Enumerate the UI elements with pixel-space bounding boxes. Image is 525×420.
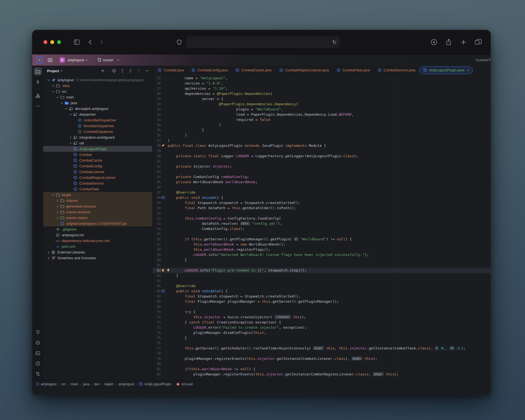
structure-icon[interactable] bbox=[34, 92, 42, 100]
breadcrumb-item-src[interactable]: src bbox=[61, 382, 66, 386]
address-bar[interactable]: ↻ bbox=[186, 36, 340, 48]
sidebar-icon[interactable] bbox=[72, 38, 81, 46]
tree-item-CombatRegionListener[interactable]: CCombatRegionListener bbox=[43, 175, 152, 180]
code-line-35[interactable]: 35 } bbox=[153, 127, 491, 133]
main-menu-icon[interactable] bbox=[48, 58, 52, 62]
collapse-all-icon[interactable] bbox=[128, 68, 133, 74]
chevD-icon[interactable] bbox=[55, 95, 60, 99]
tree-item-BossBarDispatcher[interactable]: CBossBarDispatcher bbox=[43, 123, 152, 129]
chevR-icon[interactable] bbox=[55, 205, 60, 208]
tree-item-CombatDispatcher[interactable]: ICombatDispatcher bbox=[43, 129, 152, 135]
chevD-icon[interactable] bbox=[46, 78, 51, 82]
tree-item-antylogout[interactable]: antylogoutC:\Users\User\Desktop\projekty… bbox=[43, 77, 152, 83]
terminal-icon[interactable] bbox=[34, 349, 42, 357]
code-line-69[interactable]: 69 bbox=[153, 304, 491, 309]
chevR-icon[interactable] bbox=[55, 199, 60, 203]
breadcrumb-item-main[interactable]: main bbox=[71, 382, 78, 386]
tab-CombatTask.java[interactable]: CCombatTask.java bbox=[333, 66, 374, 74]
code-line-60[interactable]: 60 } bbox=[153, 257, 491, 262]
code-line-36[interactable]: 36 ) bbox=[153, 133, 491, 138]
more-icon[interactable] bbox=[34, 102, 42, 110]
breadcrumb-item-kajteh[interactable]: kajteh bbox=[104, 382, 113, 386]
tree-item-main[interactable]: main bbox=[43, 94, 152, 100]
code-line-67[interactable]: 67 final Stopwatch stopwatch = Stopwatch… bbox=[153, 294, 491, 299]
build-icon[interactable] bbox=[34, 328, 42, 336]
code-line-73[interactable]: 73 LOGGER.error("Failed to create inject… bbox=[153, 325, 491, 330]
chevR-icon[interactable] bbox=[46, 256, 51, 260]
chevD-icon[interactable] bbox=[51, 193, 55, 197]
code-line-79[interactable]: 79 pluginManager.registerEvents(this.inj… bbox=[153, 356, 491, 361]
code-line-51[interactable]: 51 bbox=[153, 211, 491, 216]
chevR-icon[interactable] bbox=[68, 136, 73, 139]
code-line-64[interactable]: 64 bbox=[153, 278, 491, 283]
code-line-27[interactable]: 27 apiVersion = "1.19", bbox=[153, 86, 491, 91]
zoom-window-button[interactable] bbox=[57, 40, 61, 44]
code-line-81[interactable]: 81 if(this.worldGuardHook != null) { bbox=[153, 366, 491, 372]
code-line-77[interactable]: 77 this.getServer().getScheduler().runTa… bbox=[153, 346, 491, 351]
code-line-29[interactable]: 29 server = { bbox=[153, 96, 491, 101]
tree-item-AntyLogoutPlugin[interactable]: CAntyLogoutPlugin bbox=[43, 146, 152, 152]
code-line-45[interactable]: 45 private WorldGuardHook worldGuardHook… bbox=[153, 179, 491, 185]
code-line-49[interactable]: 49 final Stopwatch stopwatch = Stopwatch… bbox=[153, 200, 491, 205]
project-selector[interactable]: A antylogout bbox=[60, 57, 88, 63]
code-line-78[interactable]: 78 bbox=[153, 351, 491, 356]
chevD-icon[interactable] bbox=[68, 113, 73, 116]
override-icon[interactable] bbox=[161, 196, 165, 199]
code-line-43[interactable]: 43 bbox=[153, 169, 491, 174]
code-line-57[interactable]: 57 this.worldGuardHook = new WorldGuardH… bbox=[153, 242, 491, 247]
tree-item-External Libraries[interactable]: External Libraries bbox=[43, 249, 152, 255]
code-line-70[interactable]: 70 try { bbox=[153, 309, 491, 314]
chevD-icon[interactable] bbox=[64, 107, 68, 111]
tree-item-maven-status[interactable]: maven-status bbox=[43, 215, 152, 221]
chevron-down-icon[interactable] bbox=[60, 70, 63, 72]
override-icon[interactable] bbox=[161, 289, 165, 293]
code-line-72[interactable]: 72 } catch (final CreationException exce… bbox=[153, 320, 491, 325]
code-line-26[interactable]: 26 version = "1.0.0", bbox=[153, 81, 491, 86]
code-line-68[interactable]: 68 final PluginManager pluginManager = t… bbox=[153, 299, 491, 304]
tree-item-ActionBarDispatcher[interactable]: CActionBarDispatcher bbox=[43, 117, 152, 123]
code-line-44[interactable]: 44 private CombatConfig combatConfig; bbox=[153, 174, 491, 179]
run-icon[interactable] bbox=[161, 144, 165, 147]
code-line-71[interactable]: 71 this.injector = Guice.createInjector(… bbox=[153, 314, 491, 320]
locate-icon[interactable] bbox=[111, 68, 117, 74]
problems-icon[interactable] bbox=[34, 359, 42, 368]
chevR-icon[interactable] bbox=[68, 141, 73, 145]
tree-item-target[interactable]: target bbox=[43, 192, 152, 198]
tree-item-java[interactable]: java bbox=[43, 100, 152, 106]
shield-icon[interactable] bbox=[174, 38, 184, 46]
code-line-30[interactable]: 30 @PaperPlugin.Dependencies.Dependency( bbox=[153, 101, 491, 107]
code-line-65[interactable]: 65 @Override bbox=[153, 283, 491, 288]
code-line-32[interactable]: 32 load = PaperPlugin.Dependencies.Depen… bbox=[153, 112, 491, 117]
code-line-55[interactable]: 55 bbox=[153, 231, 491, 237]
code-line-62[interactable]: 62 LOGGER.info("Plugin pre-loaded in {}"… bbox=[153, 268, 491, 273]
tree-item-dev.kajteh.antylogout[interactable]: dev.kajteh.antylogout bbox=[43, 106, 152, 112]
minimize-window-button[interactable] bbox=[50, 40, 54, 44]
chevD-icon[interactable] bbox=[60, 101, 64, 105]
tab-AntyLogoutPlugin.java[interactable]: CAntyLogoutPlugin.java× bbox=[419, 66, 473, 74]
tree-item-antylogout.iml[interactable]: antylogout.iml bbox=[43, 232, 152, 238]
tree-item-.gitignore[interactable]: .gitignore bbox=[43, 226, 152, 232]
git-branch-icon[interactable] bbox=[34, 370, 42, 378]
chevR-icon[interactable] bbox=[51, 84, 55, 88]
tree-item-util[interactable]: util bbox=[43, 140, 152, 146]
tree-item-CombatTask[interactable]: CCombatTask bbox=[43, 186, 152, 192]
code-line-34[interactable]: 34 ) bbox=[153, 122, 491, 127]
services-icon[interactable] bbox=[34, 339, 42, 347]
back-icon[interactable] bbox=[85, 38, 95, 46]
code-line-82[interactable]: 82 pluginManager.registerEvents(this.inj… bbox=[153, 372, 491, 377]
code-line-53[interactable]: 53 dataPath.resolve( other: "config.yml"… bbox=[153, 221, 491, 226]
tab-CombatService.java[interactable]: CCombatService.java bbox=[374, 66, 419, 74]
code-line-28[interactable]: 28 dependencies = @PaperPlugin.Dependenc… bbox=[153, 91, 491, 96]
code-editor[interactable]: 25 name = "AntyLogout",26 version = "1.0… bbox=[153, 75, 491, 380]
breadcrumb-item-antylogout[interactable]: antylogout bbox=[36, 382, 57, 386]
tree-item-CombatService[interactable]: CCombatService bbox=[43, 180, 152, 186]
code-line-40[interactable]: 40 private static final Logger LOGGER = … bbox=[153, 153, 491, 159]
code-line-37[interactable]: 37) bbox=[153, 138, 491, 143]
code-line-59[interactable]: 59 LOGGER.info("Detected WorldGuard! Cus… bbox=[153, 252, 491, 257]
tree-item-integration.worldguard[interactable]: integration.worldguard bbox=[43, 135, 152, 140]
chevR-icon[interactable] bbox=[55, 210, 60, 214]
tree-item-.idea[interactable]: .idea bbox=[43, 83, 152, 89]
tree-item-CombatListener[interactable]: CCombatListener bbox=[43, 169, 152, 175]
commit-icon[interactable] bbox=[34, 78, 42, 86]
code-line-54[interactable]: 54 CombatConfig.class); bbox=[153, 226, 491, 231]
